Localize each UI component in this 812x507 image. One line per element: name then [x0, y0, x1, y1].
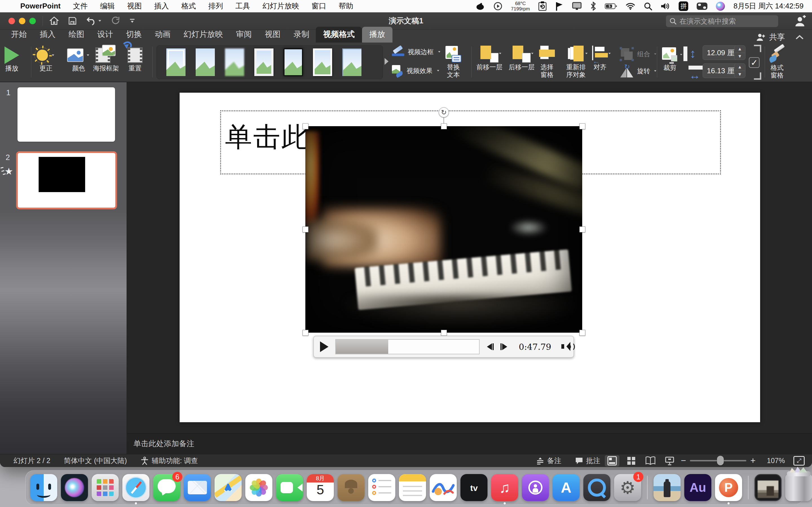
slideshow-view-button[interactable] — [662, 455, 677, 466]
dock-minimized-window-thumbnail[interactable] — [755, 474, 781, 501]
video-border-button[interactable]: 视频边框 — [392, 48, 442, 56]
zoom-in-button[interactable]: + — [750, 455, 756, 466]
dock-mail-icon[interactable] — [184, 474, 211, 501]
control-center-icon[interactable] — [697, 3, 707, 10]
share-button[interactable]: 共享 — [769, 32, 785, 43]
slide-sorter-view-button[interactable] — [624, 455, 639, 466]
clipboard-history-icon[interactable] — [538, 1, 547, 11]
video-style-simple-frame[interactable] — [166, 48, 186, 76]
corrections-button[interactable]: 更正 — [37, 46, 55, 72]
zoom-out-button[interactable]: − — [681, 455, 686, 466]
notes-toggle-button[interactable]: 备注 — [536, 456, 561, 465]
dock-reminders-icon[interactable] — [368, 474, 395, 501]
tab-home[interactable]: 开始 — [4, 27, 33, 43]
lock-aspect-ratio-control[interactable]: ✓ — [747, 45, 761, 80]
crop-button[interactable]: 裁剪 — [662, 45, 678, 71]
selection-pane-button[interactable]: 选择窗格 — [539, 45, 555, 78]
dock-appstore-icon[interactable]: A — [553, 474, 580, 501]
dock-facetime-icon[interactable] — [276, 474, 303, 501]
group-button[interactable]: 组合 — [619, 47, 658, 62]
dock-maps-icon[interactable] — [214, 474, 242, 501]
bring-forward-button[interactable]: 前移一层 — [476, 45, 502, 71]
dock-launchpad-icon[interactable] — [92, 474, 119, 501]
tab-playback[interactable]: 播放 — [362, 27, 393, 43]
save-button[interactable] — [68, 16, 77, 25]
home-button[interactable] — [49, 16, 59, 26]
resize-handle-top-center[interactable] — [441, 123, 447, 129]
zoom-slider[interactable] — [690, 460, 746, 461]
display-menu-icon[interactable] — [572, 2, 581, 10]
dock-calendar-icon[interactable]: 8月 5 — [307, 474, 334, 501]
video-styles-gallery[interactable] — [156, 45, 383, 79]
play-video-button[interactable]: 播放 — [4, 46, 19, 72]
video-object[interactable] — [305, 126, 582, 333]
tab-review[interactable]: 审阅 — [230, 27, 258, 43]
collapse-ribbon-chevron-icon[interactable] — [796, 35, 804, 40]
dock-messages-icon[interactable]: 6 — [153, 474, 180, 501]
video-style-black-line[interactable] — [284, 48, 303, 76]
tab-video-format[interactable]: 视频格式 — [316, 27, 362, 43]
video-style-white-frame[interactable] — [254, 48, 273, 76]
tab-view[interactable]: 视图 — [258, 27, 287, 43]
tab-transitions[interactable]: 切换 — [119, 27, 148, 43]
tab-insert[interactable]: 插入 — [33, 27, 62, 43]
player-step-back-button[interactable] — [486, 342, 493, 351]
menu-tools[interactable]: 工具 — [236, 1, 250, 11]
video-effects-button[interactable]: 视频效果 — [392, 65, 441, 76]
reset-design-button[interactable]: 重置 — [128, 46, 143, 72]
dock-notes-icon[interactable] — [399, 474, 426, 501]
dock-photos-icon[interactable] — [245, 474, 272, 501]
gallery-next-arrow[interactable] — [385, 58, 389, 65]
volume-menu-icon[interactable] — [661, 2, 670, 10]
dock-beach-photo-icon[interactable] — [654, 474, 680, 501]
menubar-clock[interactable]: 8月5日 周六 14:42:59 — [733, 1, 804, 11]
tomato-timer-icon[interactable] — [476, 2, 485, 10]
height-stepper[interactable]: ▲▼ — [734, 45, 746, 60]
tab-slideshow[interactable]: 幻灯片放映 — [177, 27, 230, 43]
normal-view-button[interactable] — [605, 455, 619, 466]
menu-slideshow[interactable]: 幻灯片放映 — [262, 1, 299, 11]
notes-panel[interactable]: 单击此处添加备注 — [127, 433, 812, 454]
dock-adobe-audition-icon[interactable]: Au — [684, 474, 711, 501]
resize-handle-mid-right[interactable] — [579, 226, 585, 232]
rotation-handle[interactable]: ↻ — [439, 107, 449, 117]
dock-freeform-icon[interactable] — [430, 474, 457, 501]
comments-toggle-button[interactable]: 批注 — [575, 456, 600, 465]
resize-handle-mid-left[interactable] — [303, 226, 308, 232]
slide-1-thumbnail[interactable] — [17, 87, 115, 142]
dock-trash-icon[interactable] — [785, 474, 812, 501]
player-volume-button[interactable] — [561, 342, 573, 351]
redo-button[interactable] — [110, 16, 121, 26]
reorder-objects-button[interactable]: 重新排序对象 — [564, 45, 588, 78]
spotlight-search-icon[interactable] — [644, 2, 652, 10]
align-button[interactable]: ← 对齐 — [592, 45, 608, 71]
rotate-button[interactable]: ↻ 旋转 — [620, 64, 658, 77]
menu-window[interactable]: 窗口 — [312, 1, 326, 11]
notes-placeholder[interactable]: 单击此处添加备注 — [133, 439, 194, 449]
menu-format[interactable]: 格式 — [181, 1, 196, 11]
video-style-soft-edge[interactable] — [225, 48, 244, 76]
menu-insert[interactable]: 插入 — [154, 1, 169, 11]
dock-appletv-icon[interactable]: tv — [460, 474, 488, 501]
minimize-window-button[interactable] — [19, 18, 26, 24]
menu-view[interactable]: 视图 — [127, 1, 142, 11]
dock-system-settings-icon[interactable]: ⚙1 — [614, 474, 641, 501]
account-icon[interactable] — [794, 15, 806, 27]
zoom-percentage[interactable]: 107% — [767, 457, 785, 465]
slide-2-thumbnail[interactable] — [16, 151, 117, 209]
tab-draw[interactable]: 绘图 — [62, 27, 91, 43]
temperature-fan-status[interactable]: 68°C7199rpm — [511, 1, 530, 11]
lock-aspect-checkbox[interactable]: ✓ — [749, 57, 760, 68]
reading-view-button[interactable] — [643, 455, 658, 466]
dock-powerpoint-icon[interactable]: P — [715, 474, 742, 501]
resize-handle-top-left[interactable] — [303, 123, 308, 129]
undo-button[interactable] — [86, 16, 102, 26]
accessibility-status[interactable]: 辅助功能: 调查 — [140, 456, 198, 465]
bluetooth-icon[interactable] — [590, 2, 596, 11]
dock-contacts-icon[interactable] — [338, 474, 364, 501]
dock-safari-icon[interactable] — [122, 474, 149, 501]
resize-handle-bottom-center[interactable] — [441, 330, 447, 336]
player-play-button[interactable] — [320, 341, 328, 352]
menu-help[interactable]: 帮助 — [339, 1, 353, 11]
alt-text-button[interactable]: 替换文本 — [445, 45, 462, 78]
